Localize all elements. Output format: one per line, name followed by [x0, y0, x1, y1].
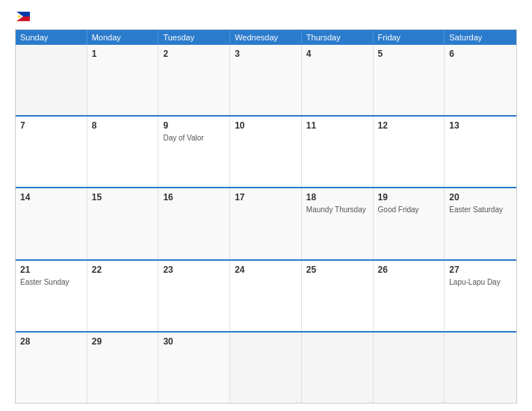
- day-cell: 16: [158, 188, 230, 259]
- day-number: 2: [163, 49, 225, 59]
- weeks-container: 123456789Day of Valor101112131415161718M…: [16, 45, 516, 403]
- day-number: 22: [92, 265, 154, 275]
- day-number: 25: [306, 265, 368, 275]
- day-cell: [374, 333, 445, 403]
- day-number: 27: [449, 265, 512, 275]
- day-number: 4: [306, 49, 368, 59]
- day-cell: 20Easter Saturday: [445, 188, 516, 259]
- day-number: 15: [92, 192, 154, 203]
- day-number: 9: [163, 120, 225, 131]
- day-number: 28: [20, 336, 82, 347]
- day-number: 13: [449, 120, 512, 131]
- day-cell: [302, 333, 374, 403]
- logo-flag-icon: [16, 11, 30, 22]
- day-event-label: Lapu-Lapu Day: [449, 277, 512, 287]
- day-cell: [16, 45, 87, 115]
- day-header-friday: Friday: [374, 30, 445, 45]
- day-cell: 26: [374, 261, 445, 331]
- day-event-label: Day of Valor: [163, 133, 225, 143]
- day-cell: [445, 333, 516, 403]
- day-cell: 8: [87, 117, 159, 187]
- day-number: 3: [235, 49, 297, 59]
- day-headers-row: SundayMondayTuesdayWednesdayThursdayFrid…: [16, 30, 516, 45]
- day-cell: 18Maundy Thursday: [302, 188, 374, 259]
- day-cell: 6: [445, 45, 516, 115]
- logo: [15, 11, 30, 22]
- day-cell: 10: [230, 117, 302, 187]
- day-cell: 28: [16, 333, 87, 403]
- day-number: 23: [163, 265, 225, 275]
- day-cell: 25: [302, 261, 374, 331]
- week-row-4: 21Easter Sunday222324252627Lapu-Lapu Day: [16, 259, 516, 331]
- day-number: 10: [235, 120, 297, 131]
- day-header-tuesday: Tuesday: [158, 30, 230, 45]
- day-header-wednesday: Wednesday: [230, 30, 302, 45]
- week-row-1: 123456: [16, 45, 516, 115]
- day-event-label: Easter Sunday: [20, 277, 82, 287]
- day-number: 17: [235, 192, 297, 203]
- day-number: 29: [92, 336, 154, 347]
- day-cell: 14: [16, 188, 87, 259]
- day-number: 11: [306, 120, 368, 131]
- day-number: 14: [20, 192, 82, 203]
- day-number: 12: [378, 120, 440, 131]
- day-number: 24: [235, 265, 297, 275]
- day-cell: 13: [445, 117, 516, 187]
- week-row-3: 1415161718Maundy Thursday19Good Friday20…: [16, 187, 516, 259]
- day-cell: 27Lapu-Lapu Day: [445, 261, 516, 331]
- day-number: 30: [163, 336, 225, 347]
- day-number: 18: [306, 192, 368, 203]
- day-number: 20: [449, 192, 512, 203]
- day-cell: 4: [302, 45, 374, 115]
- day-cell: 15: [87, 188, 159, 259]
- day-header-thursday: Thursday: [302, 30, 374, 45]
- day-cell: 3: [230, 45, 302, 115]
- day-number: 6: [449, 49, 512, 59]
- day-event-label: Easter Saturday: [449, 205, 512, 214]
- day-cell: 5: [374, 45, 445, 115]
- day-cell: 21Easter Sunday: [16, 261, 87, 331]
- calendar-page: SundayMondayTuesdayWednesdayThursdayFrid…: [0, 0, 532, 411]
- day-header-saturday: Saturday: [445, 30, 516, 45]
- logo-blue-text: [15, 11, 30, 22]
- header: [15, 11, 517, 22]
- day-header-sunday: Sunday: [16, 30, 87, 45]
- day-cell: 9Day of Valor: [158, 117, 230, 187]
- day-cell: 17: [230, 188, 302, 259]
- day-cell: 23: [158, 261, 230, 331]
- day-event-label: Good Friday: [378, 205, 440, 214]
- day-number: 21: [20, 265, 82, 275]
- day-cell: 22: [87, 261, 159, 331]
- calendar-grid: SundayMondayTuesdayWednesdayThursdayFrid…: [15, 29, 517, 404]
- day-cell: 2: [158, 45, 230, 115]
- day-cell: 11: [302, 117, 374, 187]
- day-number: 19: [378, 192, 440, 203]
- day-cell: 12: [374, 117, 445, 187]
- day-cell: 24: [230, 261, 302, 331]
- day-number: 26: [378, 265, 440, 275]
- week-row-5: 282930: [16, 331, 516, 403]
- day-cell: 7: [16, 117, 87, 187]
- day-event-label: Maundy Thursday: [306, 205, 368, 214]
- day-header-monday: Monday: [87, 30, 159, 45]
- day-cell: [230, 333, 302, 403]
- day-cell: 19Good Friday: [374, 188, 445, 259]
- day-cell: 29: [87, 333, 159, 403]
- week-row-2: 789Day of Valor10111213: [16, 115, 516, 187]
- day-number: 1: [92, 49, 154, 59]
- day-number: 8: [92, 120, 154, 131]
- day-cell: 1: [87, 45, 159, 115]
- day-number: 7: [20, 120, 82, 131]
- day-cell: 30: [158, 333, 230, 403]
- day-number: 16: [163, 192, 225, 203]
- day-number: 5: [378, 49, 440, 59]
- svg-point-3: [18, 15, 21, 18]
